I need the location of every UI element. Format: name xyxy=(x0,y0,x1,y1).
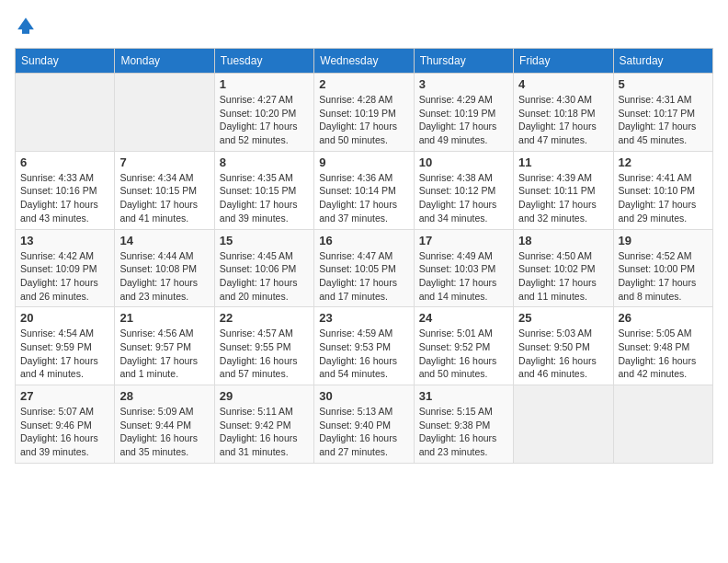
day-number: 19 xyxy=(619,234,708,247)
day-cell: 24Sunrise: 5:01 AM Sunset: 9:52 PM Dayli… xyxy=(414,307,513,385)
logo xyxy=(15,15,40,37)
day-number: 10 xyxy=(419,155,508,169)
day-info: Sunrise: 4:30 AM Sunset: 10:18 PM Daylig… xyxy=(518,93,608,147)
day-number: 15 xyxy=(220,234,309,247)
day-cell xyxy=(16,74,115,152)
day-info: Sunrise: 4:56 AM Sunset: 9:57 PM Dayligh… xyxy=(119,327,209,381)
day-number: 6 xyxy=(20,155,109,169)
day-info: Sunrise: 4:45 AM Sunset: 10:06 PM Daylig… xyxy=(220,249,309,304)
day-number: 30 xyxy=(319,389,408,403)
day-info: Sunrise: 4:41 AM Sunset: 10:10 PM Daylig… xyxy=(619,171,708,225)
day-info: Sunrise: 4:47 AM Sunset: 10:05 PM Daylig… xyxy=(319,249,408,304)
day-number: 9 xyxy=(319,155,408,169)
day-cell: 16Sunrise: 4:47 AM Sunset: 10:05 PM Dayl… xyxy=(314,229,414,307)
page-header xyxy=(15,15,713,37)
day-cell xyxy=(613,385,712,464)
calendar-body: 1Sunrise: 4:27 AM Sunset: 10:20 PM Dayli… xyxy=(16,74,713,464)
day-number: 31 xyxy=(419,389,508,403)
day-info: Sunrise: 4:49 AM Sunset: 10:03 PM Daylig… xyxy=(419,249,508,304)
day-info: Sunrise: 4:50 AM Sunset: 10:02 PM Daylig… xyxy=(518,249,608,304)
day-cell: 12Sunrise: 4:41 AM Sunset: 10:10 PM Dayl… xyxy=(613,151,712,229)
header-day-friday: Friday xyxy=(514,49,613,74)
day-info: Sunrise: 5:03 AM Sunset: 9:50 PM Dayligh… xyxy=(518,327,608,381)
day-number: 16 xyxy=(319,234,408,247)
day-number: 29 xyxy=(220,389,309,403)
day-cell: 11Sunrise: 4:39 AM Sunset: 10:11 PM Dayl… xyxy=(514,151,613,229)
header-day-thursday: Thursday xyxy=(414,49,513,74)
day-info: Sunrise: 4:54 AM Sunset: 9:59 PM Dayligh… xyxy=(20,327,109,381)
header-day-tuesday: Tuesday xyxy=(214,49,313,74)
day-number: 23 xyxy=(319,311,408,325)
day-info: Sunrise: 4:44 AM Sunset: 10:08 PM Daylig… xyxy=(119,249,209,304)
week-row-5: 27Sunrise: 5:07 AM Sunset: 9:46 PM Dayli… xyxy=(16,385,713,464)
day-cell: 28Sunrise: 5:09 AM Sunset: 9:44 PM Dayli… xyxy=(115,385,214,464)
week-row-1: 1Sunrise: 4:27 AM Sunset: 10:20 PM Dayli… xyxy=(16,74,713,152)
day-number: 24 xyxy=(419,311,508,325)
day-number: 20 xyxy=(20,311,109,325)
day-cell: 21Sunrise: 4:56 AM Sunset: 9:57 PM Dayli… xyxy=(115,307,214,385)
day-number: 27 xyxy=(20,389,109,403)
day-info: Sunrise: 5:05 AM Sunset: 9:48 PM Dayligh… xyxy=(619,327,708,381)
day-cell xyxy=(514,385,613,464)
day-number: 28 xyxy=(119,389,209,403)
calendar-table: SundayMondayTuesdayWednesdayThursdayFrid… xyxy=(15,48,713,464)
day-info: Sunrise: 4:57 AM Sunset: 9:55 PM Dayligh… xyxy=(220,327,309,381)
day-info: Sunrise: 5:15 AM Sunset: 9:38 PM Dayligh… xyxy=(419,405,508,459)
day-cell: 26Sunrise: 5:05 AM Sunset: 9:48 PM Dayli… xyxy=(613,307,712,385)
day-number: 2 xyxy=(319,77,408,91)
header-row: SundayMondayTuesdayWednesdayThursdayFrid… xyxy=(16,49,713,74)
day-cell: 8Sunrise: 4:35 AM Sunset: 10:15 PM Dayli… xyxy=(214,151,313,229)
week-row-4: 20Sunrise: 4:54 AM Sunset: 9:59 PM Dayli… xyxy=(16,307,713,385)
day-info: Sunrise: 4:28 AM Sunset: 10:19 PM Daylig… xyxy=(319,93,408,147)
day-number: 13 xyxy=(20,234,109,247)
day-cell: 30Sunrise: 5:13 AM Sunset: 9:40 PM Dayli… xyxy=(314,385,414,464)
day-cell: 3Sunrise: 4:29 AM Sunset: 10:19 PM Dayli… xyxy=(414,74,513,152)
day-number: 11 xyxy=(518,155,608,169)
day-info: Sunrise: 4:35 AM Sunset: 10:15 PM Daylig… xyxy=(220,171,309,225)
day-info: Sunrise: 5:07 AM Sunset: 9:46 PM Dayligh… xyxy=(20,405,109,459)
day-cell: 20Sunrise: 4:54 AM Sunset: 9:59 PM Dayli… xyxy=(16,307,115,385)
day-number: 3 xyxy=(419,77,508,91)
day-number: 22 xyxy=(220,311,309,325)
day-cell: 27Sunrise: 5:07 AM Sunset: 9:46 PM Dayli… xyxy=(16,385,115,464)
day-number: 25 xyxy=(518,311,608,325)
day-info: Sunrise: 5:01 AM Sunset: 9:52 PM Dayligh… xyxy=(419,327,508,381)
logo-icon xyxy=(15,15,37,37)
calendar-header: SundayMondayTuesdayWednesdayThursdayFrid… xyxy=(16,49,713,74)
day-info: Sunrise: 4:42 AM Sunset: 10:09 PM Daylig… xyxy=(20,249,109,304)
day-cell: 7Sunrise: 4:34 AM Sunset: 10:15 PM Dayli… xyxy=(115,151,214,229)
day-cell: 1Sunrise: 4:27 AM Sunset: 10:20 PM Dayli… xyxy=(214,74,313,152)
day-info: Sunrise: 5:11 AM Sunset: 9:42 PM Dayligh… xyxy=(220,405,309,459)
day-info: Sunrise: 4:36 AM Sunset: 10:14 PM Daylig… xyxy=(319,171,408,225)
day-info: Sunrise: 5:09 AM Sunset: 9:44 PM Dayligh… xyxy=(119,405,209,459)
day-info: Sunrise: 4:39 AM Sunset: 10:11 PM Daylig… xyxy=(518,171,608,225)
day-info: Sunrise: 4:27 AM Sunset: 10:20 PM Daylig… xyxy=(220,93,309,147)
day-cell: 17Sunrise: 4:49 AM Sunset: 10:03 PM Dayl… xyxy=(414,229,513,307)
day-info: Sunrise: 4:31 AM Sunset: 10:17 PM Daylig… xyxy=(619,93,708,147)
day-info: Sunrise: 4:38 AM Sunset: 10:12 PM Daylig… xyxy=(419,171,508,225)
week-row-3: 13Sunrise: 4:42 AM Sunset: 10:09 PM Dayl… xyxy=(16,229,713,307)
day-cell: 5Sunrise: 4:31 AM Sunset: 10:17 PM Dayli… xyxy=(613,74,712,152)
day-cell: 15Sunrise: 4:45 AM Sunset: 10:06 PM Dayl… xyxy=(214,229,313,307)
day-cell: 29Sunrise: 5:11 AM Sunset: 9:42 PM Dayli… xyxy=(214,385,313,464)
day-number: 18 xyxy=(518,234,608,247)
day-cell: 25Sunrise: 5:03 AM Sunset: 9:50 PM Dayli… xyxy=(514,307,613,385)
header-day-monday: Monday xyxy=(115,49,214,74)
day-info: Sunrise: 5:13 AM Sunset: 9:40 PM Dayligh… xyxy=(319,405,408,459)
day-number: 7 xyxy=(119,155,209,169)
header-day-saturday: Saturday xyxy=(613,49,712,74)
day-number: 14 xyxy=(119,234,209,247)
day-cell: 18Sunrise: 4:50 AM Sunset: 10:02 PM Dayl… xyxy=(514,229,613,307)
day-info: Sunrise: 4:34 AM Sunset: 10:15 PM Daylig… xyxy=(119,171,209,225)
day-cell: 9Sunrise: 4:36 AM Sunset: 10:14 PM Dayli… xyxy=(314,151,414,229)
svg-marker-0 xyxy=(17,17,34,29)
header-day-sunday: Sunday xyxy=(16,49,115,74)
week-row-2: 6Sunrise: 4:33 AM Sunset: 10:16 PM Dayli… xyxy=(16,151,713,229)
day-info: Sunrise: 4:59 AM Sunset: 9:53 PM Dayligh… xyxy=(319,327,408,381)
day-cell: 6Sunrise: 4:33 AM Sunset: 10:16 PM Dayli… xyxy=(16,151,115,229)
day-info: Sunrise: 4:33 AM Sunset: 10:16 PM Daylig… xyxy=(20,171,109,225)
day-number: 5 xyxy=(619,77,708,91)
day-cell: 2Sunrise: 4:28 AM Sunset: 10:19 PM Dayli… xyxy=(314,74,414,152)
day-cell: 4Sunrise: 4:30 AM Sunset: 10:18 PM Dayli… xyxy=(514,74,613,152)
svg-rect-1 xyxy=(22,29,29,34)
